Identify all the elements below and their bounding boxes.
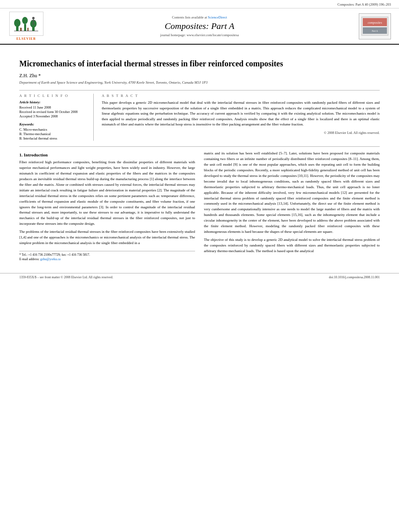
composites-logo-right: composites Part A: [355, 13, 391, 39]
keywords-label: Keywords:: [19, 122, 88, 126]
svg-rect-6: [20, 28, 22, 31]
email-link[interactable]: gzhu@yorku.ca: [40, 257, 61, 261]
abstract-heading: A B S T R A C T: [102, 94, 380, 98]
article-info-abstract: A R T I C L E I N F O Article history: R…: [19, 94, 380, 141]
body-left-col: 1. Introduction Fiber reinforced high pe…: [19, 151, 195, 262]
journal-homepage: journal homepage: www.elsevier.com/locat…: [48, 33, 351, 37]
svg-text:Part A: Part A: [372, 30, 378, 32]
elsevier-logo: ELSEVIER: [8, 12, 44, 41]
history-label: Article history:: [19, 100, 88, 104]
sciencedirect-line: Contents lists available at ScienceDirec…: [48, 15, 351, 19]
received2: Received in revised form 30 October 2008: [19, 110, 88, 114]
sciencedirect-link[interactable]: ScienceDirect: [208, 15, 227, 19]
top-bar: Composites: Part A 40 (2009) 196–203: [0, 0, 399, 8]
keyword3: B. Interfacial thermal stress: [19, 136, 88, 140]
svg-point-9: [32, 17, 35, 19]
page: Composites: Part A 40 (2009) 196–203: [0, 0, 399, 532]
svg-point-1: [14, 19, 21, 27]
issn-text: 1359-835X/$ – see front matter © 2008 El…: [19, 275, 113, 279]
body-right-col: matrix and its solution has been well es…: [204, 151, 380, 262]
article-title: Micromechanics of interfacial thermal st…: [19, 58, 380, 69]
body-columns: 1. Introduction Fiber reinforced high pe…: [19, 151, 380, 262]
main-content: Micromechanics of interfacial thermal st…: [0, 45, 399, 269]
composites-svg: composites Part A: [361, 16, 389, 36]
journal-title: Composites: Part A: [48, 21, 351, 31]
divider-2: [19, 146, 380, 147]
abstract-col: A B S T R A C T This paper develops a ge…: [102, 94, 380, 141]
footnote-tel: * Tel.: +1 416 736 2100x77729; fax: +1 4…: [19, 253, 195, 257]
keyword1: C. Micro-mechanics: [19, 127, 88, 131]
tree-svg: [12, 14, 40, 33]
svg-rect-2: [24, 24, 26, 31]
article-info-heading: A R T I C L E I N F O: [19, 94, 88, 98]
article-info-col: A R T I C L E I N F O Article history: R…: [19, 94, 94, 141]
doi-text: doi:10.1016/j.compositesa.2008.11.001: [329, 275, 380, 279]
elsevier-label: ELSEVIER: [16, 37, 36, 41]
intro-para1: Fiber reinforced high performance compos…: [19, 160, 195, 246]
accepted: Accepted 3 November 2008: [19, 114, 88, 118]
authors: Z.H. Zhu *: [19, 73, 380, 79]
journal-header: ELSEVIER Contents lists available at Sci…: [0, 8, 399, 45]
journal-center: Contents lists available at ScienceDirec…: [44, 15, 355, 37]
svg-rect-7: [27, 28, 29, 31]
keyword2: B. Thermo-mechanical: [19, 132, 88, 136]
divider-1: [19, 90, 380, 90]
bottom-bar: 1359-835X/$ – see front matter © 2008 El…: [0, 273, 399, 281]
footnote-email: E-mail address: gzhu@yorku.ca: [19, 257, 195, 261]
abstract-text: This paper develops a generic 2D microme…: [102, 100, 380, 127]
composites-logo-box: composites Part A: [359, 13, 391, 39]
copyright: © 2008 Elsevier Ltd. All rights reserved…: [102, 131, 380, 135]
svg-point-3: [22, 17, 28, 24]
svg-text:composites: composites: [368, 21, 382, 25]
footnote-area: * Tel.: +1 416 736 2100x77729; fax: +1 4…: [19, 251, 195, 261]
received1: Received 11 June 2008: [19, 105, 88, 109]
introduction-heading: 1. Introduction: [19, 152, 195, 157]
elsevier-tree-graphic: [9, 12, 43, 36]
journal-citation: Composites: Part A 40 (2009) 196–203: [337, 2, 391, 6]
right-para1: matrix and its solution has been well es…: [204, 151, 380, 254]
affiliation: Department of Earth and Space Science an…: [19, 80, 380, 84]
